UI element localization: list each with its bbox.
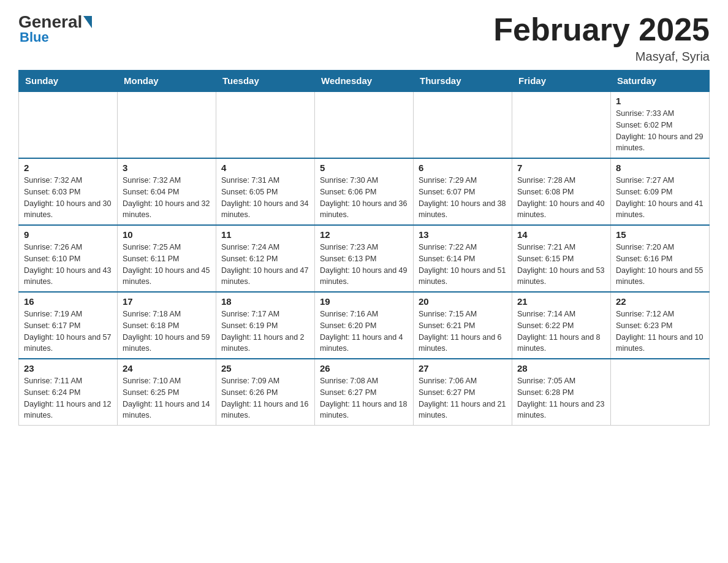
calendar-cell: 27Sunrise: 7:06 AMSunset: 6:27 PMDayligh…: [414, 359, 512, 426]
calendar-cell: [414, 91, 512, 158]
calendar-cell: 25Sunrise: 7:09 AMSunset: 6:26 PMDayligh…: [216, 359, 315, 426]
calendar-cell: 10Sunrise: 7:25 AMSunset: 6:11 PMDayligh…: [118, 225, 216, 292]
calendar-cell: 22Sunrise: 7:12 AMSunset: 6:23 PMDayligh…: [611, 292, 710, 359]
day-info: Sunrise: 7:25 AMSunset: 6:11 PMDaylight:…: [123, 242, 211, 288]
day-number: 27: [419, 363, 507, 373]
day-number: 11: [221, 229, 309, 240]
logo-triangle-icon: [83, 16, 92, 28]
logo: General Blue: [18, 12, 93, 45]
calendar-cell: 16Sunrise: 7:19 AMSunset: 6:17 PMDayligh…: [19, 292, 118, 359]
calendar-title: February 2025: [493, 12, 710, 47]
calendar-cell: 19Sunrise: 7:16 AMSunset: 6:20 PMDayligh…: [315, 292, 414, 359]
calendar-cell: [512, 91, 611, 158]
day-info: Sunrise: 7:14 AMSunset: 6:22 PMDaylight:…: [517, 308, 605, 354]
day-info: Sunrise: 7:08 AMSunset: 6:27 PMDaylight:…: [320, 375, 408, 421]
header-saturday: Saturday: [611, 71, 710, 92]
day-info: Sunrise: 7:12 AMSunset: 6:23 PMDaylight:…: [616, 308, 704, 354]
day-number: 13: [419, 229, 507, 240]
day-number: 24: [123, 363, 211, 373]
title-area: February 2025 Masyaf, Syria: [493, 12, 710, 64]
calendar-subtitle: Masyaf, Syria: [493, 50, 710, 64]
calendar-cell: 7Sunrise: 7:28 AMSunset: 6:08 PMDaylight…: [512, 158, 611, 225]
day-info: Sunrise: 7:18 AMSunset: 6:18 PMDaylight:…: [123, 308, 211, 354]
header-thursday: Thursday: [414, 71, 512, 92]
calendar-cell: 18Sunrise: 7:17 AMSunset: 6:19 PMDayligh…: [216, 292, 315, 359]
header-tuesday: Tuesday: [216, 71, 315, 92]
day-info: Sunrise: 7:23 AMSunset: 6:13 PMDaylight:…: [320, 242, 408, 288]
day-number: 7: [517, 163, 605, 173]
day-number: 5: [320, 163, 408, 173]
day-info: Sunrise: 7:17 AMSunset: 6:19 PMDaylight:…: [221, 308, 309, 354]
calendar-cell: 1Sunrise: 7:33 AMSunset: 6:02 PMDaylight…: [611, 91, 710, 158]
calendar-cell: [315, 91, 414, 158]
day-info: Sunrise: 7:28 AMSunset: 6:08 PMDaylight:…: [517, 175, 605, 221]
day-number: 23: [24, 363, 112, 373]
logo-blue-text: Blue: [20, 29, 49, 45]
page-header: General Blue February 2025 Masyaf, Syria: [18, 12, 710, 64]
day-number: 12: [320, 229, 408, 240]
day-info: Sunrise: 7:32 AMSunset: 6:03 PMDaylight:…: [24, 175, 112, 221]
day-info: Sunrise: 7:09 AMSunset: 6:26 PMDaylight:…: [221, 375, 309, 421]
day-number: 14: [517, 229, 605, 240]
calendar-cell: 28Sunrise: 7:05 AMSunset: 6:28 PMDayligh…: [512, 359, 611, 426]
calendar-header-row: Sunday Monday Tuesday Wednesday Thursday…: [19, 71, 710, 92]
calendar-cell: 13Sunrise: 7:22 AMSunset: 6:14 PMDayligh…: [414, 225, 512, 292]
day-info: Sunrise: 7:19 AMSunset: 6:17 PMDaylight:…: [24, 308, 112, 354]
calendar-cell: 14Sunrise: 7:21 AMSunset: 6:15 PMDayligh…: [512, 225, 611, 292]
day-info: Sunrise: 7:05 AMSunset: 6:28 PMDaylight:…: [517, 375, 605, 421]
day-number: 6: [419, 163, 507, 173]
day-number: 4: [221, 163, 309, 173]
day-info: Sunrise: 7:20 AMSunset: 6:16 PMDaylight:…: [616, 242, 704, 288]
day-info: Sunrise: 7:27 AMSunset: 6:09 PMDaylight:…: [616, 175, 704, 221]
calendar-cell: 20Sunrise: 7:15 AMSunset: 6:21 PMDayligh…: [414, 292, 512, 359]
day-number: 1: [616, 96, 704, 106]
calendar-cell: 6Sunrise: 7:29 AMSunset: 6:07 PMDaylight…: [414, 158, 512, 225]
calendar-cell: 5Sunrise: 7:30 AMSunset: 6:06 PMDaylight…: [315, 158, 414, 225]
day-number: 2: [24, 163, 112, 173]
calendar-week-row: 9Sunrise: 7:26 AMSunset: 6:10 PMDaylight…: [19, 225, 710, 292]
calendar-table: Sunday Monday Tuesday Wednesday Thursday…: [18, 70, 710, 426]
day-number: 28: [517, 363, 605, 373]
day-info: Sunrise: 7:26 AMSunset: 6:10 PMDaylight:…: [24, 242, 112, 288]
day-info: Sunrise: 7:30 AMSunset: 6:06 PMDaylight:…: [320, 175, 408, 221]
day-info: Sunrise: 7:15 AMSunset: 6:21 PMDaylight:…: [419, 308, 507, 354]
day-info: Sunrise: 7:21 AMSunset: 6:15 PMDaylight:…: [517, 242, 605, 288]
calendar-cell: 8Sunrise: 7:27 AMSunset: 6:09 PMDaylight…: [611, 158, 710, 225]
day-info: Sunrise: 7:16 AMSunset: 6:20 PMDaylight:…: [320, 308, 408, 354]
calendar-cell: 9Sunrise: 7:26 AMSunset: 6:10 PMDaylight…: [19, 225, 118, 292]
calendar-week-row: 2Sunrise: 7:32 AMSunset: 6:03 PMDaylight…: [19, 158, 710, 225]
calendar-cell: [19, 91, 118, 158]
day-number: 25: [221, 363, 309, 373]
calendar-cell: 15Sunrise: 7:20 AMSunset: 6:16 PMDayligh…: [611, 225, 710, 292]
day-info: Sunrise: 7:22 AMSunset: 6:14 PMDaylight:…: [419, 242, 507, 288]
calendar-week-row: 23Sunrise: 7:11 AMSunset: 6:24 PMDayligh…: [19, 359, 710, 426]
day-number: 16: [24, 296, 112, 307]
header-sunday: Sunday: [19, 71, 118, 92]
day-info: Sunrise: 7:10 AMSunset: 6:25 PMDaylight:…: [123, 375, 211, 421]
day-number: 18: [221, 296, 309, 307]
day-number: 17: [123, 296, 211, 307]
day-number: 21: [517, 296, 605, 307]
header-monday: Monday: [118, 71, 216, 92]
calendar-cell: 2Sunrise: 7:32 AMSunset: 6:03 PMDaylight…: [19, 158, 118, 225]
day-number: 10: [123, 229, 211, 240]
calendar-cell: 21Sunrise: 7:14 AMSunset: 6:22 PMDayligh…: [512, 292, 611, 359]
calendar-cell: 17Sunrise: 7:18 AMSunset: 6:18 PMDayligh…: [118, 292, 216, 359]
calendar-week-row: 16Sunrise: 7:19 AMSunset: 6:17 PMDayligh…: [19, 292, 710, 359]
day-number: 22: [616, 296, 704, 307]
calendar-cell: [118, 91, 216, 158]
day-number: 20: [419, 296, 507, 307]
header-friday: Friday: [512, 71, 611, 92]
calendar-cell: [611, 359, 710, 426]
day-number: 19: [320, 296, 408, 307]
day-number: 15: [616, 229, 704, 240]
day-number: 26: [320, 363, 408, 373]
day-info: Sunrise: 7:29 AMSunset: 6:07 PMDaylight:…: [419, 175, 507, 221]
day-info: Sunrise: 7:11 AMSunset: 6:24 PMDaylight:…: [24, 375, 112, 421]
calendar-cell: 12Sunrise: 7:23 AMSunset: 6:13 PMDayligh…: [315, 225, 414, 292]
calendar-cell: 26Sunrise: 7:08 AMSunset: 6:27 PMDayligh…: [315, 359, 414, 426]
calendar-cell: 24Sunrise: 7:10 AMSunset: 6:25 PMDayligh…: [118, 359, 216, 426]
day-info: Sunrise: 7:24 AMSunset: 6:12 PMDaylight:…: [221, 242, 309, 288]
day-info: Sunrise: 7:31 AMSunset: 6:05 PMDaylight:…: [221, 175, 309, 221]
calendar-cell: 23Sunrise: 7:11 AMSunset: 6:24 PMDayligh…: [19, 359, 118, 426]
